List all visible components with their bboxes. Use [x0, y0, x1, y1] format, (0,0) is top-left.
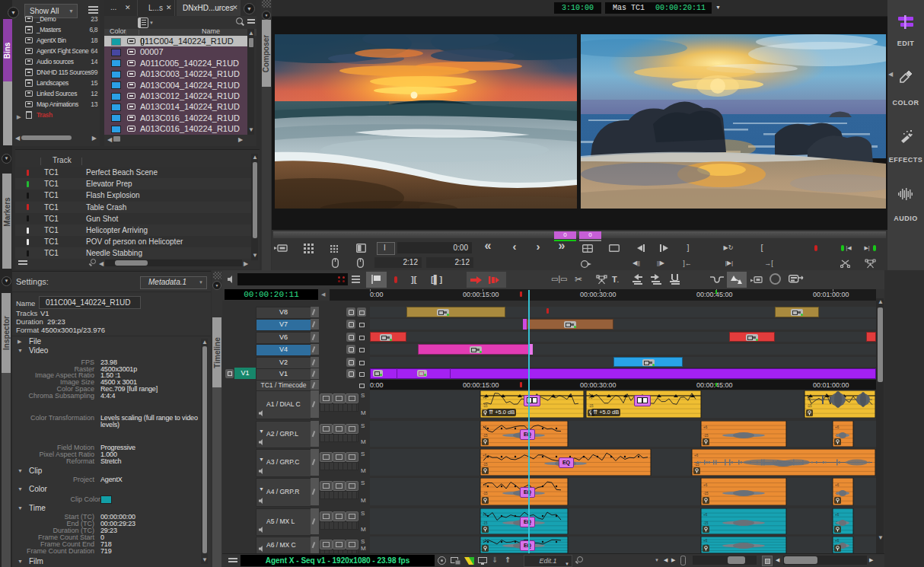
svg-text:-15: -15 — [694, 463, 699, 467]
svg-text:+6: +6 — [703, 539, 708, 543]
svg-text:-15: -15 — [483, 521, 488, 525]
svg-text:-15: -15 — [483, 434, 488, 438]
svg-text:-15: -15 — [483, 404, 488, 408]
svg-text:-15: -15 — [703, 521, 709, 525]
svg-text:-15: -15 — [588, 404, 594, 408]
svg-text:+6: +6 — [835, 513, 840, 517]
svg-text:+6: +6 — [703, 483, 708, 487]
svg-text:+6: +6 — [703, 513, 708, 517]
svg-text:+6: +6 — [694, 454, 699, 457]
svg-text:-15: -15 — [807, 404, 812, 408]
svg-text:-15: -15 — [703, 434, 709, 438]
svg-text:+6: +6 — [483, 454, 487, 457]
svg-text:+6: +6 — [835, 539, 840, 543]
svg-text:-15: -15 — [483, 492, 488, 495]
svg-text:+6: +6 — [835, 483, 840, 487]
svg-text:+6: +6 — [703, 425, 708, 429]
svg-text:-15: -15 — [703, 492, 709, 495]
svg-text:+6: +6 — [835, 425, 840, 429]
svg-text:-15: -15 — [483, 463, 488, 467]
